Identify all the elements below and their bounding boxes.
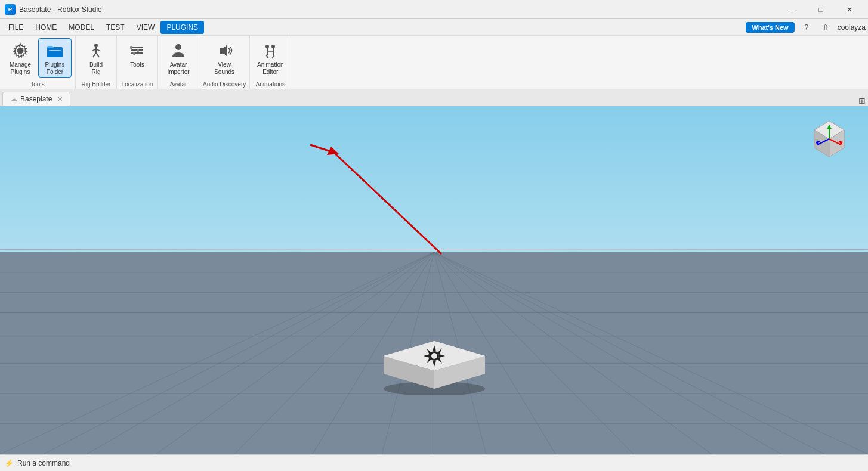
avatar-importer-button[interactable]: AvatarImporter <box>162 38 195 78</box>
status-icon: ⚡ <box>5 459 14 467</box>
svg-point-16 <box>175 44 181 50</box>
tab-bar-right: ⊞ <box>858 96 868 106</box>
manage-plugins-button[interactable]: ManagePlugins <box>4 38 37 78</box>
ribbon-group-avatar-items: AvatarImporter <box>162 38 195 80</box>
svg-rect-3 <box>49 50 61 51</box>
view-sounds-button[interactable]: ViewSounds <box>208 38 241 78</box>
help-icon-button[interactable]: ? <box>799 20 814 35</box>
tab-bar: ☁ Baseplate ✕ ⊞ <box>0 89 868 106</box>
cloud-icon: ☁ <box>10 95 17 103</box>
ribbon-group-localization: Tools Localization <box>117 36 158 89</box>
whats-new-button[interactable]: What's New <box>746 22 794 33</box>
status-bar: ⚡ Run a command <box>0 454 868 471</box>
baseplate-tab[interactable]: ☁ Baseplate ✕ <box>2 92 70 106</box>
svg-point-4 <box>94 44 98 47</box>
menu-view[interactable]: VIEW <box>131 21 161 34</box>
audio-discovery-group-label: Audio Discovery <box>203 81 246 88</box>
menu-test[interactable]: TEST <box>100 21 131 34</box>
ribbon-group-tools: ManagePlugins PluginsFolder Tools <box>0 36 76 89</box>
svg-line-23 <box>266 55 268 58</box>
title-bar-left: R Baseplate - Roblox Studio <box>5 4 102 15</box>
avatar-icon <box>169 41 188 60</box>
ribbon-group-tools-items: ManagePlugins PluginsFolder <box>4 38 72 80</box>
svg-point-0 <box>17 48 23 54</box>
ribbon: ManagePlugins PluginsFolder Tools <box>0 36 868 89</box>
animation-editor-label: AnimationEditor <box>257 61 283 76</box>
svg-line-6 <box>92 49 96 51</box>
plugins-folder-label: PluginsFolder <box>45 61 65 76</box>
sky <box>0 106 868 263</box>
menu-file[interactable]: FILE <box>2 21 29 34</box>
title-bar-controls[interactable]: — □ ✕ <box>779 0 863 19</box>
build-rig-label: BuildRig <box>89 61 103 76</box>
avatar-group-label: Avatar <box>170 81 187 88</box>
ribbon-group-rig-items: BuildRig <box>79 38 113 80</box>
ribbon-group-avatar: AvatarImporter Avatar <box>158 36 199 89</box>
svg-rect-10 <box>131 47 143 48</box>
status-command: Run a command <box>17 459 70 467</box>
animation-editor-button[interactable]: AnimationEditor <box>254 38 287 78</box>
ribbon-group-localization-items: Tools <box>121 38 154 80</box>
svg-rect-15 <box>133 52 135 55</box>
app-title: Baseplate - Roblox Studio <box>19 5 102 14</box>
rig-icon <box>87 41 106 60</box>
baseplate-svg <box>375 323 494 395</box>
svg-line-8 <box>93 52 96 57</box>
ribbon-group-audio-items: ViewSounds <box>208 38 241 80</box>
menu-bar-right: What's New ? ⇧ coolayza <box>746 20 866 35</box>
title-bar: R Baseplate - Roblox Studio — □ ✕ <box>0 0 868 19</box>
app-icon: R <box>5 4 16 15</box>
baseplate-object <box>375 323 494 396</box>
folder-icon <box>45 41 64 60</box>
close-button[interactable]: ✕ <box>836 0 863 19</box>
build-rig-button[interactable]: BuildRig <box>79 38 113 78</box>
maximize-button[interactable]: □ <box>807 0 835 19</box>
gizmo <box>808 118 850 160</box>
rig-builder-group-label: Rig Builder <box>82 81 111 88</box>
svg-marker-17 <box>220 45 227 57</box>
svg-line-9 <box>96 52 99 57</box>
ribbon-group-animations: AnimationEditor Animations <box>250 36 291 89</box>
svg-point-19 <box>271 45 275 48</box>
layout-icon-button[interactable]: ⊞ <box>858 96 866 106</box>
svg-point-18 <box>265 45 269 48</box>
tab-close-button[interactable]: ✕ <box>57 95 63 103</box>
username-label: coolayza <box>838 23 866 32</box>
animations-group-label: Animations <box>256 81 285 88</box>
ribbon-group-audio-discovery: ViewSounds Audio Discovery <box>199 36 250 89</box>
baseplate-tab-label: Baseplate <box>20 95 52 103</box>
tools-label: Tools <box>130 61 144 69</box>
viewport[interactable] <box>0 106 868 454</box>
ground <box>0 252 868 454</box>
menu-bar: FILE HOME MODEL TEST VIEW PLUGINS What's… <box>0 19 868 36</box>
menu-model[interactable]: MODEL <box>63 21 100 34</box>
menu-home[interactable]: HOME <box>29 21 63 34</box>
svg-rect-2 <box>47 48 63 57</box>
share-icon-button[interactable]: ⇧ <box>818 20 833 35</box>
tools-button[interactable]: Tools <box>121 38 154 74</box>
svg-rect-14 <box>137 49 139 52</box>
tools-icon <box>128 41 147 60</box>
minimize-button[interactable]: — <box>779 0 806 19</box>
svg-rect-13 <box>130 46 132 49</box>
scene-canvas <box>0 106 868 454</box>
horizon <box>0 249 868 250</box>
plugins-folder-button[interactable]: PluginsFolder <box>38 38 72 78</box>
localization-group-label: Localization <box>122 81 153 88</box>
menu-plugins[interactable]: PLUGINS <box>160 21 204 34</box>
avatar-importer-label: AvatarImporter <box>167 61 189 76</box>
ribbon-group-animations-items: AnimationEditor <box>254 38 287 80</box>
tools-group-label: Tools <box>30 81 44 88</box>
sound-icon <box>215 41 234 60</box>
ribbon-group-rig-builder: BuildRig Rig Builder <box>76 36 117 89</box>
anim-icon <box>261 41 280 60</box>
svg-point-62 <box>431 353 437 359</box>
view-sounds-label: ViewSounds <box>214 61 234 76</box>
svg-line-7 <box>96 49 100 51</box>
gear-icon <box>11 41 30 60</box>
svg-line-24 <box>272 55 274 58</box>
manage-plugins-label: ManagePlugins <box>10 61 31 76</box>
